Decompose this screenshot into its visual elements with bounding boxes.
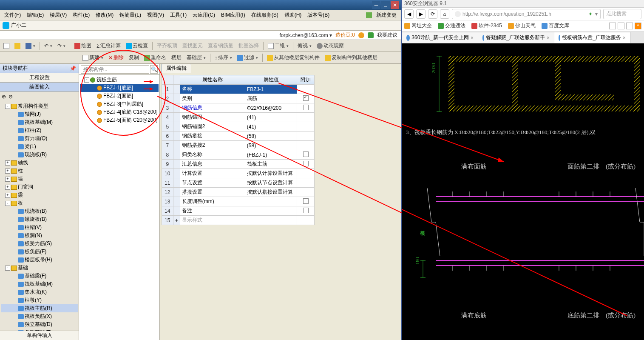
tree-toggle-icon[interactable]: + [5, 193, 10, 198]
prop-name-cell[interactable]: 归类名称 [180, 150, 245, 160]
tree-toggle-icon[interactable]: - [5, 201, 10, 206]
comp-root[interactable]: -筏板主筋 [80, 76, 159, 84]
bookmark-extra-icon[interactable] [618, 23, 624, 29]
prop-extra-cell[interactable] [297, 197, 315, 206]
tree-toggle-icon[interactable]: - [5, 104, 10, 109]
prop-value-cell[interactable]: Φ22/Φ16@200 [245, 103, 297, 113]
menu-item[interactable]: 云应用(C) [190, 11, 218, 20]
row-number[interactable]: 8 [162, 150, 173, 160]
menu-item[interactable]: 帮助(H) [282, 11, 304, 20]
prop-extra-cell[interactable] [297, 206, 315, 216]
rename-button[interactable]: 重命名 [142, 53, 168, 62]
look-dropdown[interactable]: 俯视 [296, 41, 313, 50]
col-prop-value[interactable]: 属性值 [245, 75, 297, 85]
view-2d-dropdown[interactable]: 二维 [266, 41, 290, 50]
menu-item[interactable]: 文件(F) [2, 11, 23, 20]
prop-value-cell[interactable]: (58) [245, 141, 297, 150]
tree-leaf[interactable]: 梁(L) [1, 143, 78, 151]
window-minimize[interactable]: ─ [372, 1, 380, 9]
component-tree[interactable]: -筏板主筋FBZJ-1[底筋]FBZJ-2[面筋]FBZJ-3[中间层筋]FBZ… [79, 75, 159, 340]
comp-item[interactable]: FBZJ-3[中间层筋] [80, 100, 159, 108]
tree-leaf[interactable]: 柱帽(V) [1, 223, 78, 231]
sort-button[interactable]: ↕排序 [213, 53, 234, 62]
prop-value-cell[interactable] [245, 206, 297, 216]
prop-value-cell[interactable]: 按默认搭接设置计算 [245, 188, 297, 197]
tree-folder[interactable]: -常用构件类型 [1, 102, 78, 110]
tree-folder[interactable]: +轴线 [1, 159, 78, 167]
tree-leaf[interactable]: 基础梁(F) [1, 272, 78, 280]
copy-button[interactable]: 复制 [127, 53, 141, 62]
row-number[interactable]: 15 [162, 216, 173, 225]
tree-toggle-icon[interactable]: - [84, 77, 89, 83]
extra-checkbox[interactable] [303, 161, 309, 166]
home-button[interactable]: ⌂ [440, 9, 449, 19]
row-number[interactable]: 9 [162, 160, 173, 169]
url-bar[interactable]: http://e.fwxgx.com/question_1920251.h ✦ … [452, 9, 601, 19]
tree-leaf[interactable]: 楼层板带(H) [1, 256, 78, 264]
bookmark-extra-icon[interactable] [609, 23, 616, 29]
collapse-all-icon[interactable]: ⊖ [9, 94, 13, 100]
tree-leaf[interactable]: 筏板基础(M) [1, 118, 78, 126]
comp-item[interactable]: FBZJ-4[底筋 C18@200] [80, 108, 159, 116]
cad-viewport[interactable]: 2030 3、筏板通长钢筋为 X:BΦ20@180;TΦ22@150,Y:BΦ2… [402, 43, 644, 340]
tree-toggle-icon[interactable]: + [5, 169, 10, 174]
prop-name-cell[interactable]: 类别 [180, 94, 245, 103]
tree-leaf[interactable]: 剪力墙(Q) [1, 134, 78, 143]
tab-project-settings[interactable]: 工程设置 [0, 73, 79, 83]
window-maximize[interactable]: □ [381, 1, 390, 9]
menu-item[interactable]: 工具(T) [167, 11, 189, 20]
expand-all-icon[interactable]: ⊕ [2, 94, 6, 100]
bookmark-item[interactable]: 百度文库 [542, 22, 569, 29]
prop-name-cell[interactable]: 名称 [180, 85, 245, 94]
bookmark-item[interactable]: 佛山天气 [508, 22, 536, 29]
prop-value-cell[interactable]: (58) [245, 131, 297, 141]
prop-value-cell[interactable]: 底筋 [245, 94, 297, 103]
browser-tab[interactable]: 筏板钢筋布置_广联达服务× [554, 32, 630, 43]
tab-single-input[interactable]: 单构件输入 [0, 331, 79, 340]
prop-name-cell[interactable]: 钢筋信息 [180, 103, 245, 113]
cloud-check-button[interactable]: 云检查 [124, 41, 150, 50]
col-prop-name[interactable]: 属性名称 [180, 75, 245, 85]
menu-item[interactable]: 修改(M) [93, 11, 116, 20]
tree-leaf[interactable]: 现浇板(B) [1, 151, 78, 159]
tree-toggle-icon[interactable]: + [5, 160, 10, 166]
prop-value-cell[interactable]: (41) [245, 113, 297, 122]
tree-folder[interactable]: -基础 [1, 264, 78, 272]
tree-leaf[interactable]: 筏板基础(M) [1, 280, 78, 288]
col-prop-extra[interactable]: 附加 [297, 75, 315, 85]
tree-leaf[interactable]: 独立基础(D) [1, 320, 78, 329]
prop-name-cell[interactable]: 钢筋锚固 [180, 113, 245, 122]
tree-leaf[interactable]: 框柱(Z) [1, 126, 78, 134]
extra-checkbox[interactable] [303, 95, 309, 101]
refresh-spinner-icon[interactable]: ✦ [588, 11, 593, 17]
extra-checkbox[interactable] [303, 208, 309, 213]
search-button[interactable]: 🔍 [150, 65, 158, 74]
menu-item[interactable]: 视图(V) [145, 11, 167, 20]
account-email[interactable]: forpk.chen@163.com ▾ [279, 32, 332, 38]
tree-toggle-icon[interactable]: + [5, 185, 10, 190]
row-number[interactable]: 7 [162, 141, 173, 150]
tree-leaf[interactable]: 板负筋(F) [1, 248, 78, 256]
tree-folder[interactable]: +柱 [1, 167, 78, 175]
prop-extra-cell[interactable] [297, 160, 315, 169]
window-close[interactable]: ✕ [391, 1, 399, 9]
tab-close-icon[interactable]: × [623, 35, 626, 41]
draw-button[interactable]: 绘图 [73, 41, 93, 50]
open-file-button[interactable] [13, 42, 22, 50]
prop-value-cell[interactable]: 按默认节点设置计算 [245, 178, 297, 188]
prop-name-cell[interactable]: 钢筋搭接 [180, 131, 245, 141]
new-component-button[interactable]: 新建 [81, 53, 105, 62]
tree-toggle-icon[interactable]: + [5, 177, 10, 182]
menu-item[interactable]: 钢筋量(L) [117, 11, 144, 20]
suggest-button[interactable]: 我要建议 [377, 31, 397, 39]
browser-tab[interactable]: 答疑解惑_广联达服务新干× [478, 32, 554, 43]
save-button[interactable] [24, 42, 37, 50]
prop-extra-cell[interactable] [297, 94, 315, 103]
row-number[interactable]: 3 [162, 103, 173, 113]
bookmark-extra-icon[interactable]: A [635, 23, 641, 29]
tree-leaf[interactable]: 螺旋板(B) [1, 215, 78, 223]
comp-item[interactable]: FBZJ-2[面筋] [80, 92, 159, 100]
prop-value-cell[interactable] [245, 216, 297, 225]
dynamic-view-button[interactable]: 动态观察 [315, 41, 346, 50]
tree-leaf[interactable]: 现浇板(B) [1, 207, 78, 215]
